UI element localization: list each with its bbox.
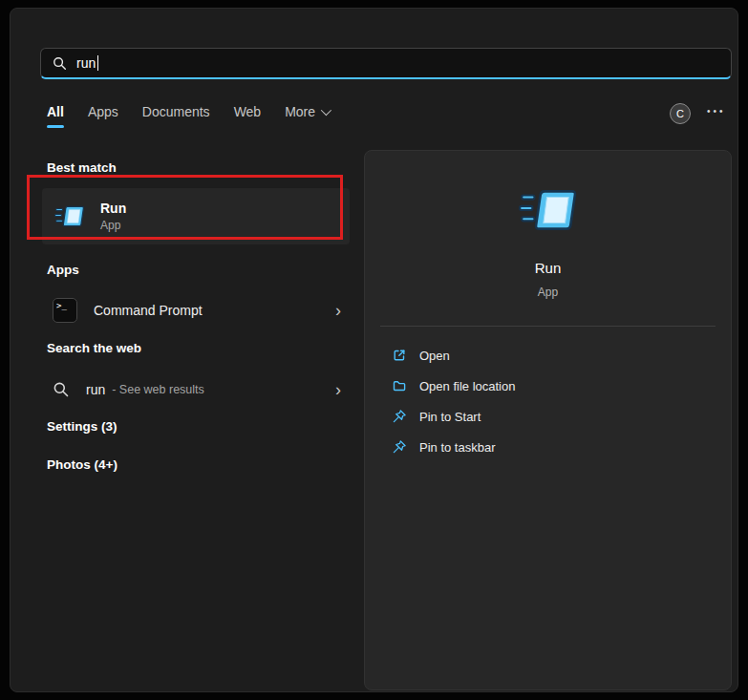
web-query: run (86, 382, 105, 397)
divider (380, 326, 716, 327)
text-caret (97, 55, 98, 71)
avatar[interactable]: C (670, 103, 691, 124)
action-label: Pin to taskbar (419, 440, 496, 455)
tab-all[interactable]: All (47, 104, 64, 128)
web-hint: - See web results (112, 383, 204, 396)
filter-tabs: All Apps Documents Web More (47, 104, 329, 129)
result-command-prompt[interactable]: >_ Command Prompt › (41, 291, 353, 329)
action-label: Open file location (419, 379, 515, 393)
search-input[interactable]: run (76, 55, 96, 71)
folder-icon (392, 378, 407, 393)
best-match-result-run[interactable]: Run App (42, 188, 350, 244)
tab-web[interactable]: Web (234, 104, 262, 128)
best-match-type: App (100, 219, 126, 232)
pin-icon (392, 439, 407, 455)
start-search-screen: run All Apps Documents Web More C ••• Be… (0, 0, 748, 700)
action-open-file-location[interactable]: Open file location (380, 371, 716, 401)
action-list: Open Open file location Pin to Start (380, 340, 716, 462)
more-options-icon[interactable]: ••• (707, 106, 726, 117)
search-flyout-window: run All Apps Documents Web More C ••• Be… (10, 8, 738, 692)
chevron-down-icon (321, 105, 331, 116)
preview-app-name: Run (365, 260, 731, 276)
best-match-name: Run (100, 201, 126, 216)
best-match-title: Best match (47, 160, 117, 175)
action-pin-to-taskbar[interactable]: Pin to taskbar (380, 432, 716, 462)
chevron-right-icon[interactable]: › (335, 381, 345, 398)
search-box[interactable]: run (40, 48, 732, 79)
result-label: Command Prompt (94, 303, 203, 318)
search-icon (53, 56, 67, 71)
web-section-title: Search the web (47, 341, 141, 355)
search-icon (53, 381, 70, 398)
pin-icon (392, 409, 407, 424)
action-pin-to-start[interactable]: Pin to Start (380, 401, 716, 432)
open-external-icon (392, 348, 407, 363)
tab-apps[interactable]: Apps (88, 104, 118, 128)
command-prompt-icon: >_ (53, 298, 77, 323)
run-app-icon (54, 204, 85, 228)
photos-group-header[interactable]: Photos (4+) (47, 457, 118, 472)
tab-more[interactable]: More (285, 104, 329, 128)
run-app-icon-large (519, 187, 578, 233)
chevron-right-icon[interactable]: › (335, 302, 345, 319)
preview-app-type: App (365, 286, 731, 299)
apps-section-title: Apps (47, 263, 79, 277)
action-label: Open (419, 349, 450, 363)
action-label: Pin to Start (419, 410, 481, 424)
preview-panel: Run App Open Open file location (364, 150, 732, 690)
result-web-search[interactable]: run - See web results › (41, 371, 353, 409)
tab-documents[interactable]: Documents (142, 104, 210, 128)
action-open[interactable]: Open (380, 340, 716, 371)
settings-group-header[interactable]: Settings (3) (47, 419, 118, 434)
